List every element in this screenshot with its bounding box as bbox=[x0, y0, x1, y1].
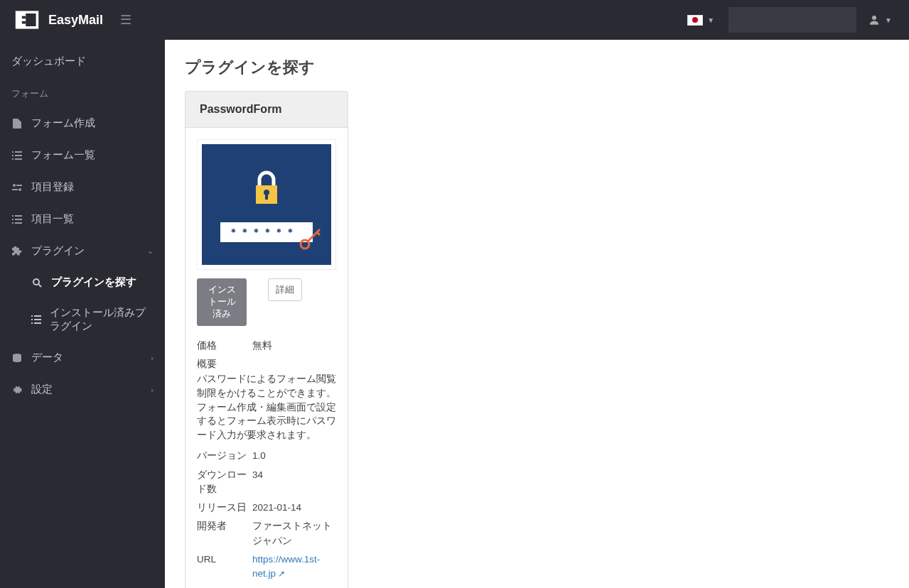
svg-point-13 bbox=[18, 188, 21, 191]
label-price: 価格 bbox=[197, 339, 252, 353]
value-price: 無料 bbox=[252, 339, 336, 353]
header-search-input[interactable] bbox=[728, 7, 856, 33]
sidebar-label: プラグインを探す bbox=[51, 276, 136, 289]
list-icon bbox=[11, 215, 23, 224]
brand-logo-icon bbox=[14, 7, 40, 33]
sidebar-section-form: フォーム bbox=[0, 77, 165, 107]
plugin-card: PasswordForm ＊＊＊＊＊＊ bbox=[185, 91, 348, 588]
value-release: 2021-01-14 bbox=[252, 501, 336, 515]
label-release: リリース日 bbox=[197, 501, 252, 515]
svg-rect-32 bbox=[265, 194, 268, 200]
label-developer: 開発者 bbox=[197, 519, 252, 548]
detail-button[interactable]: 詳細 bbox=[268, 278, 302, 301]
lock-icon bbox=[245, 167, 288, 209]
sidebar-label: 設定 bbox=[31, 383, 53, 396]
password-mask: ＊＊＊＊＊＊ bbox=[220, 222, 313, 242]
plugin-thumbnail: ＊＊＊＊＊＊ bbox=[197, 139, 336, 270]
user-icon bbox=[868, 13, 881, 26]
sidebar-item-item-list[interactable]: 項目一覧 bbox=[0, 203, 165, 235]
svg-rect-7 bbox=[12, 155, 14, 156]
app-header: EasyMail ☰ ▼ ▼ bbox=[0, 0, 909, 40]
sidebar-item-plugin-installed[interactable]: インストール済みプラグイン bbox=[0, 298, 165, 342]
svg-rect-24 bbox=[34, 315, 41, 317]
menu-toggle-icon[interactable]: ☰ bbox=[120, 12, 131, 28]
gear-icon bbox=[11, 385, 23, 395]
chevron-right-icon: › bbox=[151, 354, 154, 362]
svg-rect-23 bbox=[31, 315, 33, 317]
caret-down-icon: ▼ bbox=[885, 16, 892, 24]
sidebar-item-plugin[interactable]: プラグイン ⌄ bbox=[0, 235, 165, 267]
developer-url-link[interactable]: https://www.1st-net.jp↗ bbox=[252, 554, 320, 579]
svg-rect-15 bbox=[12, 215, 14, 217]
svg-rect-12 bbox=[16, 185, 22, 186]
svg-rect-10 bbox=[15, 158, 22, 160]
svg-rect-28 bbox=[34, 322, 41, 324]
svg-rect-20 bbox=[15, 222, 22, 224]
svg-point-21 bbox=[33, 279, 39, 285]
sidebar-item-data[interactable]: データ › bbox=[0, 342, 165, 374]
label-url: URL bbox=[197, 552, 252, 582]
svg-line-35 bbox=[317, 232, 320, 235]
svg-rect-5 bbox=[12, 151, 14, 153]
brand[interactable]: EasyMail bbox=[14, 7, 103, 33]
svg-rect-2 bbox=[22, 16, 26, 19]
svg-rect-17 bbox=[12, 219, 14, 220]
main-content: プラグインを探す PasswordForm ＊＊＊＊＊＊ bbox=[165, 40, 909, 588]
list-icon bbox=[11, 151, 23, 160]
sidebar-item-form-create[interactable]: フォーム作成 bbox=[0, 107, 165, 139]
svg-rect-18 bbox=[15, 219, 22, 220]
flag-jp-icon bbox=[687, 15, 703, 26]
sidebar-label: フォーム作成 bbox=[31, 116, 95, 130]
database-icon bbox=[11, 353, 23, 363]
page-title: プラグインを探す bbox=[185, 57, 889, 78]
caret-down-icon: ▼ bbox=[707, 16, 714, 24]
svg-rect-6 bbox=[15, 151, 22, 153]
key-icon bbox=[298, 227, 323, 251]
chevron-down-icon: ⌄ bbox=[147, 246, 154, 256]
svg-rect-3 bbox=[22, 21, 26, 24]
svg-rect-14 bbox=[12, 189, 18, 190]
svg-rect-26 bbox=[34, 319, 41, 320]
svg-rect-9 bbox=[12, 158, 14, 160]
label-version: バージョン bbox=[197, 449, 252, 463]
sidebar-item-dashboard[interactable]: ダッシュボード bbox=[0, 45, 165, 77]
language-dropdown[interactable]: ▼ bbox=[682, 12, 720, 28]
list-icon bbox=[31, 315, 41, 324]
installed-button[interactable]: インストール済み bbox=[197, 278, 247, 326]
svg-rect-16 bbox=[15, 215, 22, 217]
value-version: 1.0 bbox=[252, 449, 336, 463]
sidebar-item-plugin-search[interactable]: プラグインを探す bbox=[0, 267, 165, 298]
sidebar-label: ダッシュボード bbox=[11, 55, 86, 68]
svg-line-22 bbox=[38, 284, 41, 287]
sidebar-label: 項目一覧 bbox=[31, 212, 74, 226]
sidebar-label: フォーム一覧 bbox=[31, 148, 95, 162]
user-menu[interactable]: ▼ bbox=[865, 11, 895, 29]
sidebar-item-settings[interactable]: 設定 › bbox=[0, 374, 165, 405]
sliders-icon bbox=[11, 183, 23, 192]
sidebar-label: データ bbox=[31, 351, 63, 364]
chevron-right-icon: › bbox=[151, 386, 154, 394]
label-downloads: ダウンロード数 bbox=[197, 468, 252, 497]
brand-text: EasyMail bbox=[48, 13, 103, 28]
puzzle-icon bbox=[11, 246, 23, 256]
svg-point-4 bbox=[872, 16, 876, 20]
sidebar-item-item-register[interactable]: 項目登録 bbox=[0, 171, 165, 203]
search-icon bbox=[31, 278, 43, 288]
value-overview: パスワードによるフォーム閲覧制限をかけることができます。フォーム作成・編集画面で… bbox=[197, 372, 336, 442]
svg-rect-27 bbox=[31, 322, 33, 324]
svg-line-34 bbox=[308, 229, 320, 241]
value-downloads: 34 bbox=[252, 468, 336, 497]
sidebar-label: プラグイン bbox=[31, 244, 85, 258]
label-overview: 概要 bbox=[197, 357, 336, 371]
file-icon bbox=[11, 119, 23, 129]
sidebar: ダッシュボード フォーム フォーム作成 フォーム一覧 項目登録 項目一覧 プラグ… bbox=[0, 40, 165, 588]
plugin-name: PasswordForm bbox=[185, 92, 348, 128]
svg-point-11 bbox=[13, 184, 16, 187]
external-link-icon: ↗ bbox=[278, 569, 285, 579]
sidebar-label: インストール済みプラグイン bbox=[50, 306, 154, 333]
svg-rect-8 bbox=[15, 155, 22, 156]
value-developer: ファーストネットジャパン bbox=[252, 519, 336, 548]
svg-rect-1 bbox=[17, 12, 26, 28]
sidebar-item-form-list[interactable]: フォーム一覧 bbox=[0, 139, 165, 171]
sidebar-label: 項目登録 bbox=[31, 180, 74, 194]
